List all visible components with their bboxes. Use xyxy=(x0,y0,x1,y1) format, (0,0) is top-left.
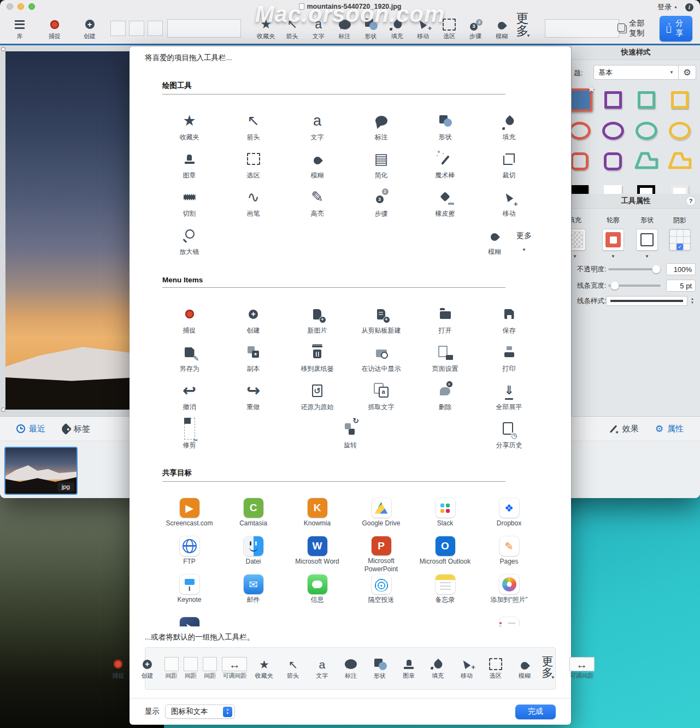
toolbar-item-step[interactable]: 步骤 xyxy=(464,17,487,40)
palette-item-capture[interactable]: 捕捉 xyxy=(157,303,221,341)
default-set-item-more[interactable]: 更多▼ xyxy=(542,660,564,680)
style-swatch-rounded[interactable] xyxy=(571,152,589,170)
copy-all-button[interactable]: 全部复制 xyxy=(619,19,649,38)
palette-item-cutout[interactable]: 切割 xyxy=(157,186,221,224)
palette-item-pen[interactable]: ∿画笔 xyxy=(221,186,285,224)
default-set-item-shape[interactable]: 形状 xyxy=(368,657,392,680)
palette-item-create[interactable]: 创建 xyxy=(221,303,285,341)
palette-item-selection[interactable]: 选区 xyxy=(221,148,285,186)
selection-handle[interactable] xyxy=(1,407,5,412)
tab-tags[interactable]: 标签 xyxy=(62,424,90,434)
palette-item-open-folder[interactable]: 打开 xyxy=(413,303,477,341)
style-swatch-circle[interactable] xyxy=(669,122,691,140)
gear-icon[interactable]: ⚙ xyxy=(679,65,696,80)
palette-item-slack[interactable]: Slack xyxy=(413,497,477,535)
info-icon[interactable]: i xyxy=(685,3,693,11)
palette-item-camtasia[interactable]: CCamtasia xyxy=(221,497,285,535)
help-icon[interactable]: ? xyxy=(686,196,696,206)
palette-item-print[interactable]: 打印 xyxy=(477,341,541,380)
palette-item-stamp[interactable]: 图章 xyxy=(157,148,221,186)
palette-item-favorites-star[interactable]: ★收藏夹 xyxy=(157,110,221,148)
recent-thumbnail[interactable]: jpg xyxy=(4,447,78,495)
stepper-control[interactable]: ▲ ▼ xyxy=(689,297,696,305)
style-swatch-black[interactable] xyxy=(571,185,589,194)
palette-item-page-setup[interactable]: 页面设置 xyxy=(413,341,477,380)
display-mode-dropdown[interactable]: 图标和文本 ▲▼ xyxy=(165,705,235,719)
palette-item-google-drive[interactable]: Google Drive xyxy=(349,497,413,535)
default-set-item-spacer[interactable]: 间距 xyxy=(164,657,178,680)
toolbar-item-library[interactable]: 库 xyxy=(8,17,32,40)
palette-item-rotate[interactable]: 旋转 xyxy=(338,418,362,456)
palette-item-screencast[interactable]: ▶Screencast.com xyxy=(157,497,221,535)
palette-item-text[interactable]: a文字 xyxy=(285,110,349,148)
palette-item-share-history[interactable]: 分享历史 xyxy=(477,418,541,456)
toolbar-item-shape[interactable]: 形状 xyxy=(359,17,383,40)
default-set-item-selection[interactable]: 选区 xyxy=(484,657,507,680)
palette-item-grab-text[interactable]: 抓取文字 xyxy=(349,380,413,418)
style-swatch-black-outline[interactable] xyxy=(637,185,655,194)
palette-item-shape[interactable]: 形状 xyxy=(413,110,477,148)
opacity-slider[interactable] xyxy=(608,268,661,270)
palette-item-simplify[interactable]: ▤简化 xyxy=(349,148,413,186)
palette-item-outlook[interactable]: OMicrosoft Outlook xyxy=(413,535,477,573)
style-swatch-white[interactable] xyxy=(604,185,622,194)
toolbar-item-create[interactable]: 创建 xyxy=(78,17,102,40)
tab-recent[interactable]: 最近 xyxy=(16,424,45,434)
default-set-item-arrow[interactable]: ↖箭头 xyxy=(281,657,305,680)
palette-item-eraser[interactable]: 橡皮擦 xyxy=(413,186,477,224)
style-swatch-polygon[interactable] xyxy=(668,151,692,171)
palette-item-step[interactable]: 步骤 xyxy=(349,186,413,224)
palette-item-flatten[interactable]: ⇓全部展平 xyxy=(477,380,541,418)
toolbar-item-capture[interactable]: 捕捉 xyxy=(43,17,67,40)
palette-item-trash[interactable]: 移到废纸篓 xyxy=(285,341,349,380)
palette-item-app-partial-1[interactable] xyxy=(157,612,221,626)
toolbar-spacer[interactable] xyxy=(110,21,126,36)
style-swatch-light-outline[interactable] xyxy=(670,185,689,194)
palette-item-ftp[interactable]: FTP xyxy=(157,535,221,573)
default-set-item-flex-spacer[interactable]: ↔可调间距 xyxy=(569,657,594,680)
toolbar-item-move[interactable]: 移动 xyxy=(411,17,435,40)
dialog-scroll-area[interactable]: 绘图工具 ★收藏夹↖箭头a文字标注形状填充图章选区模糊▤简化魔术棒裁切切割∿画笔… xyxy=(130,71,571,626)
toolbar-item-text[interactable]: a文字 xyxy=(307,17,330,40)
toolbar-item-blur[interactable]: 模糊 xyxy=(490,17,514,40)
toolbar-item-callout[interactable]: 标注 xyxy=(333,17,356,40)
toolbar-item-fill[interactable]: 填充 xyxy=(385,17,409,40)
shape-swatch-dropdown[interactable] xyxy=(636,229,658,251)
palette-item-revert[interactable]: ↺还原为原始 xyxy=(285,380,349,418)
palette-item-new-image[interactable]: 新图片 xyxy=(285,303,349,341)
palette-item-delete[interactable]: 删除 xyxy=(413,380,477,418)
toolbar-item-favorites-star[interactable]: ★收藏夹 xyxy=(254,17,278,40)
style-swatch-square[interactable] xyxy=(671,91,689,109)
default-set-item-spacer[interactable]: 间距 xyxy=(184,657,197,680)
default-set-item-spacer[interactable]: 间距 xyxy=(203,657,217,680)
palette-item-duplicate[interactable]: 副本 xyxy=(221,341,285,380)
fill-swatch-dropdown[interactable] xyxy=(571,229,586,251)
palette-item-redo[interactable]: ↪重做 xyxy=(221,380,285,418)
default-set-item-move[interactable]: 移动 xyxy=(455,657,478,680)
tab-effects[interactable]: 效果 xyxy=(609,424,639,434)
line-width-slider[interactable] xyxy=(608,285,661,287)
palette-item-finder[interactable]: Datei xyxy=(221,535,285,573)
palette-item-blur[interactable]: 模糊 xyxy=(285,148,349,186)
share-button[interactable]: 分享 xyxy=(660,16,692,42)
style-swatch-circle[interactable] xyxy=(571,122,591,140)
toolbar-spacer[interactable] xyxy=(129,21,144,36)
default-set-item-capture[interactable]: 捕捉 xyxy=(107,657,130,680)
palette-item-messages[interactable]: 信息 xyxy=(285,573,349,612)
palette-item-knowmia[interactable]: KKnowmia xyxy=(285,497,349,535)
palette-item-trim[interactable]: 修剪 xyxy=(157,418,221,456)
close-button[interactable] xyxy=(7,3,13,10)
style-swatch-polygon[interactable] xyxy=(634,151,658,171)
zoom-button[interactable] xyxy=(28,3,35,10)
palette-item-photos[interactable]: 添加到“照片” xyxy=(477,573,541,612)
palette-item-app-partial-2[interactable] xyxy=(477,612,541,626)
line-width-value[interactable]: 5 pt xyxy=(666,280,696,292)
toolbar-item-more[interactable]: 更多▼ xyxy=(516,17,540,40)
outline-swatch-dropdown[interactable] xyxy=(602,229,624,251)
shadow-position-grid[interactable] xyxy=(669,229,691,251)
toolbar-spacer[interactable] xyxy=(148,21,163,36)
palette-item-mail[interactable]: ✉邮件 xyxy=(221,573,285,612)
default-set-item-favorites-star[interactable]: ★收藏夹 xyxy=(252,657,276,680)
line-style-dropdown[interactable] xyxy=(606,296,687,306)
toolbar-item-arrow[interactable]: ↖箭头 xyxy=(280,17,304,40)
